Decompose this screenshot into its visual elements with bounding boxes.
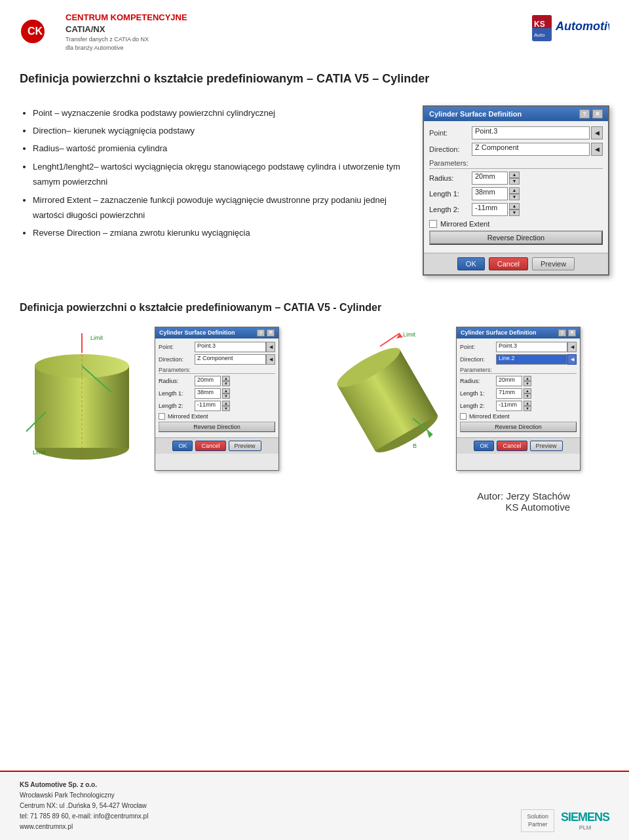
small-preview-btn-left[interactable]: Preview <box>229 441 261 451</box>
author-line1: Autor: Jerzy Stachów <box>20 490 570 502</box>
small-point-btn-right[interactable]: ◀ <box>567 342 577 352</box>
dialog-title: Cylinder Surface Definition <box>429 110 522 118</box>
small-footer-right: OK Cancel Preview <box>457 437 580 454</box>
small-l1-up-left[interactable]: ▲ <box>222 388 230 393</box>
length1-input[interactable]: 38mm <box>472 187 508 200</box>
plm-label: PLM <box>579 824 592 831</box>
small-dir-btn-right[interactable]: ◀ <box>567 354 577 365</box>
small-l2-label-right: Length 2: <box>460 403 496 409</box>
small-point-input-right[interactable]: Point.3 <box>496 342 567 352</box>
small-dialog-right-title: Cylinder Surface Definition ? ✕ <box>457 327 580 338</box>
small-l2-up-left[interactable]: ▲ <box>222 401 230 406</box>
length2-up-arrow[interactable]: ▲ <box>509 203 520 210</box>
small-l2-down-left[interactable]: ▼ <box>222 406 230 411</box>
small-l2-row-right: Length 2: -11mm ▲ ▼ <box>460 401 577 411</box>
small-dialog-help-btn[interactable]: ? <box>257 329 265 337</box>
direction-input[interactable]: Z Component <box>472 143 590 156</box>
small-preview-btn-right[interactable]: Preview <box>530 441 563 451</box>
main-dialog-box: Cylinder Surface Definition ? ✕ Point: P… <box>423 105 609 276</box>
small-cancel-btn-left[interactable]: Cancel <box>195 441 225 451</box>
small-radius-input-left[interactable]: 20mm <box>195 376 221 386</box>
image-group-left: Limit Limit Cylinder Surface Definition … <box>20 327 308 471</box>
small-radius-down-right[interactable]: ▼ <box>524 381 531 386</box>
small-dialog-close-btn-right[interactable]: ✕ <box>568 329 576 337</box>
small-l2-up-right[interactable]: ▲ <box>524 401 531 406</box>
mirrored-checkbox[interactable] <box>429 220 437 228</box>
small-ok-btn-left[interactable]: OK <box>172 441 193 451</box>
small-radius-up-left[interactable]: ▲ <box>222 376 230 381</box>
dialog-help-button[interactable]: ? <box>579 109 590 119</box>
radius-up-arrow[interactable]: ▲ <box>509 172 520 178</box>
solution-partner-box: Solution Partner <box>521 809 554 832</box>
point-input[interactable]: Point.3 <box>472 126 590 139</box>
point-input-btn[interactable]: ◀ <box>591 126 603 139</box>
small-mirrored-check-right[interactable] <box>460 413 467 420</box>
small-l2-input-left[interactable]: -11mm <box>195 401 221 411</box>
dialog-close-button[interactable]: ✕ <box>592 109 603 119</box>
small-radius-up-right[interactable]: ▲ <box>524 376 531 381</box>
small-dialog-help-btn-right[interactable]: ? <box>558 329 566 337</box>
preview-button[interactable]: Preview <box>532 257 575 270</box>
small-l1-down-right[interactable]: ▼ <box>524 393 531 399</box>
footer-company: KS Automotive Sp. z o.o. <box>20 780 148 790</box>
siemens-logo: SIEMENS <box>561 811 609 824</box>
small-l1-label-right: Length 1: <box>460 390 496 397</box>
length1-up-arrow[interactable]: ▲ <box>509 187 520 194</box>
svg-text:Auto: Auto <box>534 32 545 38</box>
small-mirrored-row-left: Mirrored Extent <box>159 413 275 420</box>
small-dir-input-left[interactable]: Z Component <box>195 354 266 365</box>
svg-text:CK: CK <box>28 26 43 37</box>
radius-input[interactable]: 20mm <box>472 172 508 185</box>
direction-label: Direction: <box>429 145 472 153</box>
small-reverse-btn-left[interactable]: Reverse Direction <box>159 422 275 432</box>
small-l1-down-left[interactable]: ▼ <box>222 393 230 399</box>
reverse-direction-button[interactable]: Reverse Direction <box>429 230 603 245</box>
small-params-left: Parameters: <box>159 367 275 374</box>
small-l1-up-right[interactable]: ▲ <box>524 388 531 393</box>
list-item: Radius– wartość promienia cylindra <box>33 141 403 156</box>
small-radius-input-right[interactable]: 20mm <box>496 376 522 386</box>
small-l2-label-left: Length 2: <box>159 403 195 409</box>
direction-input-btn[interactable]: ◀ <box>591 143 603 156</box>
svg-text:Limit: Limit <box>90 335 104 341</box>
radius-down-arrow[interactable]: ▼ <box>509 178 520 185</box>
small-l1-input-right[interactable]: 71mm <box>496 388 522 399</box>
ks-automotive-logo: KS Auto Automotive <box>531 12 609 48</box>
brand-sub: CATIA/NX <box>66 24 187 35</box>
main-content: Definicja powierzchni o kształcie predef… <box>0 59 629 552</box>
small-l1-input-left[interactable]: 38mm <box>195 388 221 399</box>
footer-website: www.centrumnx.pl <box>20 822 148 832</box>
cylinder-visual-right: Limit B <box>321 327 452 471</box>
solution-label: Solution <box>527 813 548 821</box>
small-point-btn-left[interactable]: ◀ <box>266 342 275 352</box>
list-item: Mirrored Extent – zaznaczenie funkcji po… <box>33 192 403 223</box>
length2-down-arrow[interactable]: ▼ <box>509 210 520 216</box>
small-point-input-left[interactable]: Point.3 <box>195 342 266 352</box>
dialog-title-bar: Cylinder Surface Definition ? ✕ <box>424 107 608 121</box>
small-l2-input-right[interactable]: -11mm <box>496 401 522 411</box>
small-dir-input-right[interactable]: Line.2 <box>496 354 567 365</box>
mirrored-label: Mirrored Extent <box>440 220 489 228</box>
ok-button[interactable]: OK <box>457 257 485 270</box>
small-l2-row-left: Length 2: -11mm ▲ ▼ <box>159 401 275 411</box>
bottom-left-dialog: Cylinder Surface Definition ? ✕ Point: P… <box>155 327 279 471</box>
dialog-body: Point: Point.3 ◀ Direction: Z Component … <box>424 121 608 253</box>
small-footer-left: OK Cancel Preview <box>155 437 278 454</box>
small-radius-down-left[interactable]: ▼ <box>222 381 230 386</box>
small-dialog-close-btn[interactable]: ✕ <box>267 329 275 337</box>
small-dialog-left-title: Cylinder Surface Definition ? ✕ <box>155 327 278 338</box>
small-cancel-btn-right[interactable]: Cancel <box>497 441 527 451</box>
small-point-label-left: Point: <box>159 344 195 350</box>
small-dir-label-right: Direction: <box>460 356 496 363</box>
cancel-button[interactable]: Cancel <box>489 257 528 270</box>
small-dir-btn-left[interactable]: ◀ <box>266 354 275 365</box>
length2-input[interactable]: -11mm <box>472 203 508 216</box>
small-l2-down-right[interactable]: ▼ <box>524 406 531 411</box>
dialog-footer: OK Cancel Preview <box>424 253 608 274</box>
small-params-right: Parameters: <box>460 367 577 374</box>
length1-down-arrow[interactable]: ▼ <box>509 194 520 200</box>
small-reverse-btn-right[interactable]: Reverse Direction <box>460 422 577 432</box>
small-ok-btn-right[interactable]: OK <box>474 441 494 451</box>
small-mirrored-check-left[interactable] <box>159 413 165 420</box>
siemens-block: SIEMENS PLM <box>561 811 609 831</box>
